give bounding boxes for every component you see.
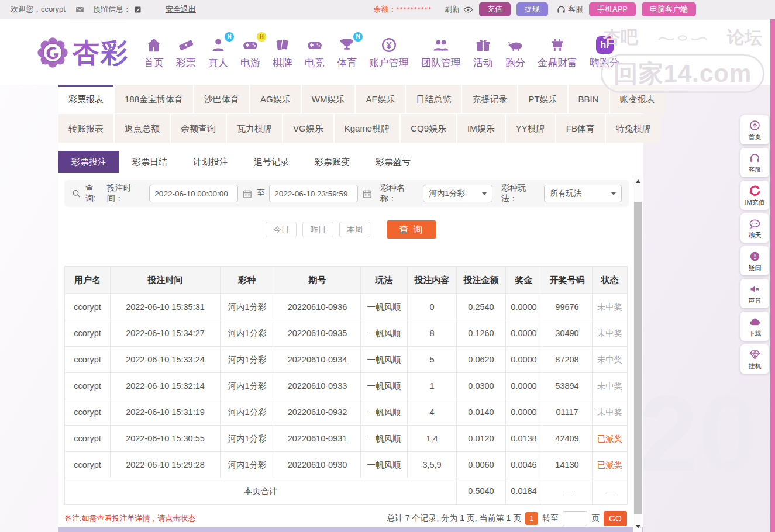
cell-lottery: 河内1分彩	[221, 399, 274, 426]
tab-r1-4[interactable]: WM娱乐	[302, 85, 355, 113]
tab-r1-9[interactable]: BBIN	[569, 85, 609, 113]
nav-item-esports[interactable]: 电竞	[305, 36, 325, 70]
scrollbar-thumb[interactable]	[634, 202, 642, 514]
cell-status[interactable]: 未中奖	[593, 399, 628, 426]
subtab-4[interactable]: 彩票账变	[302, 151, 363, 173]
tab-r2-8[interactable]: YY棋牌	[506, 114, 555, 143]
cell-amount: 0.0300	[457, 373, 506, 399]
nav-item-paofen[interactable]: 跑分	[505, 36, 525, 70]
subtab-1[interactable]: 彩票日结	[119, 151, 180, 173]
scroll-down-arrow[interactable]	[633, 522, 642, 531]
quick-button-0[interactable]: 今日	[266, 222, 297, 237]
nav-item-egame[interactable]: H电游	[240, 36, 260, 70]
side-im-recharge[interactable]: IM充值	[740, 181, 769, 210]
refresh-link[interactable]: 刷新	[445, 4, 460, 15]
tab-r2-6[interactable]: CQ9娱乐	[401, 114, 456, 143]
logo[interactable]: 杏彩	[36, 36, 129, 69]
current-page-button[interactable]: 1	[525, 512, 538, 525]
nav-item-home[interactable]: 首页	[144, 36, 164, 70]
side-question[interactable]: 疑问	[740, 246, 769, 275]
side-home[interactable]: 首页	[740, 115, 769, 144]
badge-n: N	[353, 32, 363, 42]
nav-item-activity[interactable]: 活动	[473, 36, 493, 70]
cell-prize: 0.0000	[506, 294, 542, 320]
footer-row: 备注:如需查看投注单详情，请点击状态 总计 7 个记录, 分为 1 页, 当前第…	[64, 511, 627, 526]
side-chat[interactable]: 聊天	[740, 213, 769, 243]
side-hangup[interactable]: 挂机	[740, 344, 769, 374]
service-link[interactable]: 客服	[556, 4, 583, 15]
mobile-app-button[interactable]: 手机APP	[589, 2, 636, 16]
cell-time: 2022-06-10 15:32:14	[111, 373, 221, 399]
cell-prize: 0.0000	[506, 399, 542, 426]
nav-item-team[interactable]: 团队管理	[421, 36, 461, 70]
cell-status[interactable]: 已派奖	[593, 426, 628, 452]
tab-r2-9[interactable]: FB体育	[556, 114, 605, 143]
cell-status[interactable]: 已派奖	[593, 452, 628, 478]
pink-scrollbar-stripe[interactable]	[770, 19, 775, 532]
search-button[interactable]: 查 询	[387, 220, 436, 239]
play-select[interactable]: 所有玩法	[544, 185, 622, 202]
tab-r1-3[interactable]: AG娱乐	[250, 85, 301, 113]
nav-item-jinding[interactable]: 金鼎财富	[538, 36, 577, 70]
ding-icon	[549, 36, 566, 54]
tab-r2-10[interactable]: 特兔棋牌	[606, 114, 661, 143]
tab-r2-7[interactable]: IM娱乐	[457, 114, 505, 143]
subtab-5[interactable]: 彩票盈亏	[363, 151, 423, 173]
tab-r1-2[interactable]: 沙巴体育	[194, 85, 249, 113]
cell-status[interactable]: 未中奖	[593, 294, 628, 320]
tab-r1-0[interactable]: 彩票报表	[58, 85, 113, 113]
content-scrollbar[interactable]	[633, 175, 642, 532]
bottom-strip	[58, 527, 643, 532]
cell-amount: 0.0060	[457, 452, 506, 478]
side-sound[interactable]: 声音	[740, 279, 769, 308]
quick-button-1[interactable]: 昨日	[302, 222, 333, 237]
scroll-up-arrow[interactable]	[633, 177, 642, 185]
page-unit-label: 页	[591, 513, 600, 524]
nav-item-live[interactable]: N真人	[208, 36, 228, 70]
cell-status[interactable]: 未中奖	[593, 347, 628, 373]
end-time-input[interactable]	[269, 185, 358, 202]
withdraw-button[interactable]: 提现	[516, 2, 548, 16]
cell-status[interactable]: 未中奖	[593, 373, 628, 399]
eye-icon[interactable]	[463, 5, 473, 15]
recharge-button[interactable]: 充值	[479, 2, 511, 16]
cell-content: 8	[408, 320, 457, 347]
tab-r2-4[interactable]: VG娱乐	[283, 114, 333, 143]
tab-r1-5[interactable]: AE娱乐	[356, 85, 405, 113]
cell-status[interactable]: 未中奖	[593, 320, 628, 347]
edit-icon[interactable]	[133, 5, 142, 14]
nav-item-chess[interactable]: 棋牌	[273, 36, 292, 70]
tab-r2-1[interactable]: 返点总额	[115, 114, 170, 143]
tab-r2-2[interactable]: 余额查询	[171, 114, 226, 143]
goto-page-input[interactable]	[563, 511, 587, 526]
tab-r1-1[interactable]: 188金宝博体育	[115, 85, 193, 113]
nav-item-account[interactable]: 账户管理	[369, 36, 409, 70]
nav-item-sports[interactable]: N体育	[337, 36, 357, 70]
tab-r2-0[interactable]: 转账报表	[58, 114, 113, 143]
subtab-2[interactable]: 计划投注	[180, 151, 241, 173]
bets-table: 用户名投注时间彩种期号玩法投注内容投注金额奖金开奖号码状态 ccorypt202…	[64, 266, 628, 505]
quick-button-2[interactable]: 本周	[339, 222, 370, 237]
side-service[interactable]: 客服	[740, 148, 769, 177]
nav-item-hipaofen[interactable]: hi嗨跑分	[590, 36, 619, 70]
tab-r1-8[interactable]: PT娱乐	[518, 85, 567, 113]
tab-r1-10[interactable]: 账变报表	[610, 85, 665, 113]
side-download[interactable]: 下载	[740, 312, 769, 341]
tab-r1-6[interactable]: 日结总览	[406, 85, 461, 113]
lottery-select[interactable]: 河内1分彩	[423, 185, 492, 202]
nav-item-lottery[interactable]: 彩票	[176, 36, 196, 70]
calendar-icon[interactable]	[362, 188, 373, 199]
tab-r2-5[interactable]: Kgame棋牌	[335, 114, 400, 143]
subtab-0[interactable]: 彩票投注	[58, 151, 119, 173]
pc-client-button[interactable]: 电脑客户端	[642, 2, 696, 16]
logout-link[interactable]: 安全退出	[166, 4, 196, 15]
subtab-3[interactable]: 追号记录	[241, 151, 302, 173]
tab-r2-3[interactable]: 瓦力棋牌	[227, 114, 282, 143]
cell-play: 一帆风顺	[361, 426, 408, 452]
calendar-icon[interactable]	[242, 188, 253, 199]
go-button[interactable]: GO	[604, 511, 627, 526]
envelope-icon[interactable]	[75, 5, 85, 15]
cell-result: 53894	[542, 373, 593, 399]
tab-r1-7[interactable]: 充提记录	[462, 85, 517, 113]
start-time-input[interactable]	[149, 185, 238, 202]
